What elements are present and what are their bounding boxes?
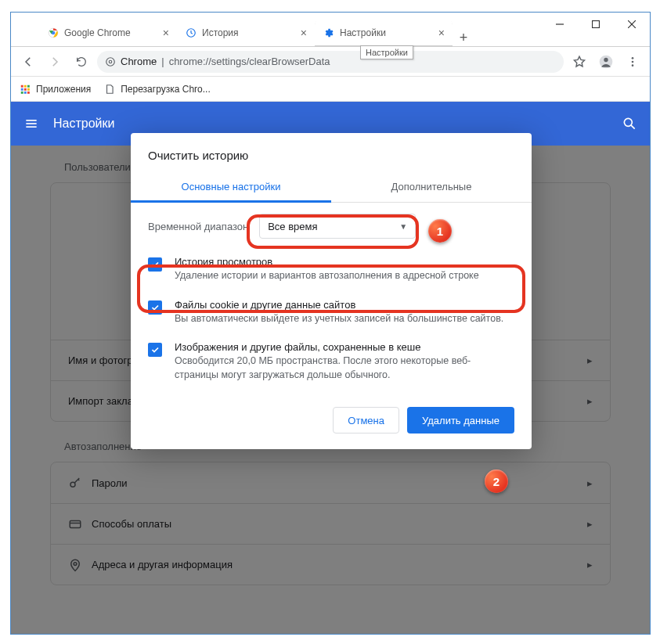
- svg-rect-21: [21, 91, 23, 93]
- tab-chrome[interactable]: Google Chrome ×: [39, 20, 177, 46]
- close-icon[interactable]: ×: [301, 27, 307, 39]
- history-favicon: [185, 27, 197, 39]
- tab-label: Настройки: [340, 27, 386, 38]
- bookmark-item[interactable]: Перезагрузка Chro...: [103, 83, 211, 95]
- option-cookies: Файлы cookie и другие данные сайтов Вы а…: [148, 291, 514, 334]
- option-browsing-history: История просмотров Удаление истории и ва…: [148, 248, 514, 291]
- option-text: Изображения и другие файлы, сохраненные …: [175, 341, 514, 382]
- chrome-favicon: [47, 27, 60, 39]
- search-icon[interactable]: [622, 116, 637, 131]
- svg-rect-5: [593, 21, 600, 28]
- tab-label: История: [202, 27, 239, 38]
- close-icon[interactable]: ×: [163, 27, 169, 39]
- chevron-down-icon: ▼: [399, 222, 407, 231]
- dialog-actions: Отмена Удалить данные: [131, 394, 532, 449]
- menu-hamburger-icon[interactable]: [23, 116, 39, 131]
- settings-favicon: [323, 27, 335, 39]
- url-separator: |: [161, 56, 164, 67]
- bookmarks-bar: Приложения Перезагрузка Chro...: [11, 77, 650, 102]
- time-range-select[interactable]: Все время ▼: [259, 214, 416, 239]
- window-controls: [542, 13, 650, 36]
- option-cache: Изображения и другие файлы, сохраненные …: [148, 333, 514, 390]
- url-scheme: Chrome: [121, 56, 157, 67]
- tab-tooltip: Настройки: [360, 45, 413, 59]
- browser-window: Google Chrome × История × Настройки × +: [10, 12, 651, 635]
- svg-rect-16: [24, 85, 27, 87]
- minimize-button[interactable]: [542, 13, 578, 36]
- option-title: Файлы cookie и другие данные сайтов: [175, 299, 503, 311]
- svg-line-28: [631, 125, 635, 129]
- clear-data-button[interactable]: Удалить данные: [407, 407, 514, 434]
- time-range-row: Временной диапазон Все время ▼: [148, 214, 514, 239]
- page-title: Настройки: [53, 117, 114, 131]
- time-range-value: Все время: [268, 221, 317, 232]
- svg-rect-22: [24, 91, 27, 93]
- page-icon: [103, 83, 116, 95]
- titlebar: Google Chrome × История × Настройки × +: [11, 13, 650, 47]
- bookmark-label: Перезагрузка Chro...: [121, 84, 211, 95]
- time-range-label: Временной диапазон: [148, 221, 248, 232]
- cancel-button[interactable]: Отмена: [333, 407, 399, 434]
- svg-point-12: [632, 57, 634, 59]
- svg-rect-23: [27, 91, 30, 93]
- option-title: Изображения и другие файлы, сохраненные …: [175, 341, 514, 353]
- option-title: История просмотров: [175, 256, 479, 268]
- dialog-body: Временной диапазон Все время ▼ История п…: [131, 203, 532, 394]
- svg-rect-17: [27, 85, 30, 87]
- svg-point-9: [106, 57, 115, 66]
- back-button[interactable]: [17, 51, 39, 73]
- checkbox-cache[interactable]: [148, 343, 162, 357]
- svg-rect-15: [21, 85, 23, 87]
- clear-data-dialog: Очистить историю Основные настройки Допо…: [131, 133, 532, 449]
- svg-rect-19: [24, 88, 27, 90]
- apps-grid-icon: [19, 83, 31, 95]
- tab-history[interactable]: История ×: [177, 20, 315, 46]
- svg-rect-18: [21, 88, 23, 90]
- checkbox-history[interactable]: [148, 257, 162, 272]
- tab-settings[interactable]: Настройки ×: [315, 20, 453, 46]
- svg-point-8: [109, 60, 112, 63]
- svg-point-11: [604, 57, 608, 61]
- site-info-icon[interactable]: [105, 56, 116, 67]
- profile-avatar-icon[interactable]: [595, 51, 617, 73]
- url-path: chrome://settings/clearBrowserData: [169, 56, 330, 67]
- dialog-tabs: Основные настройки Дополнительные: [131, 171, 532, 203]
- menu-icon[interactable]: [622, 51, 644, 73]
- option-text: История просмотров Удаление истории и ва…: [175, 256, 479, 283]
- new-tab-button[interactable]: +: [453, 30, 474, 46]
- tab-advanced[interactable]: Дополнительные: [331, 171, 532, 202]
- svg-point-14: [632, 64, 634, 67]
- svg-rect-20: [27, 88, 30, 90]
- close-window-button[interactable]: [614, 13, 650, 36]
- svg-point-13: [632, 60, 634, 63]
- page-content: Настройки Пользователи Имя и фотография …: [11, 102, 650, 634]
- star-bookmark-icon[interactable]: [568, 51, 590, 73]
- apps-shortcut[interactable]: Приложения: [19, 83, 91, 95]
- maximize-button[interactable]: [578, 13, 614, 36]
- browser-toolbar: Chrome | chrome://settings/clearBrowserD…: [11, 47, 650, 77]
- tab-basic[interactable]: Основные настройки: [131, 171, 331, 202]
- address-bar[interactable]: Chrome | chrome://settings/clearBrowserD…: [97, 51, 564, 73]
- option-desc: Освободится 20,0 МБ пространства. После …: [175, 354, 514, 382]
- apps-label: Приложения: [36, 84, 91, 95]
- close-icon[interactable]: ×: [438, 27, 445, 39]
- forward-button[interactable]: [44, 51, 66, 73]
- reload-button[interactable]: [70, 51, 92, 73]
- checkbox-cookies[interactable]: [148, 300, 162, 315]
- tab-strip: Google Chrome × История × Настройки × +: [11, 13, 474, 46]
- dialog-title: Очистить историю: [131, 133, 532, 171]
- option-desc: Удаление истории и вариантов автозаполне…: [175, 269, 479, 283]
- option-text: Файлы cookie и другие данные сайтов Вы а…: [175, 299, 503, 326]
- svg-point-27: [624, 118, 632, 126]
- option-desc: Вы автоматически выйдете из учетных запи…: [175, 312, 503, 326]
- tab-label: Google Chrome: [64, 27, 131, 38]
